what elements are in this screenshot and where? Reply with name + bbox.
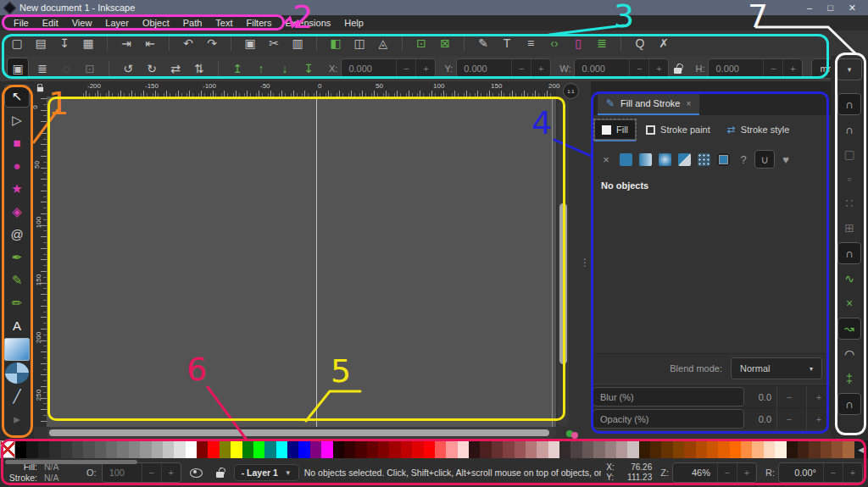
palette-swatch[interactable] (752, 440, 763, 458)
palette-swatch[interactable] (570, 440, 581, 458)
color-management-icon[interactable] (566, 428, 581, 440)
palette-swatch[interactable] (106, 440, 117, 458)
w-minus-button[interactable]: − (629, 59, 648, 78)
vertical-scrollbar[interactable] (558, 97, 569, 427)
paint-radial-gradient-button[interactable] (659, 153, 671, 166)
palette-swatch[interactable] (730, 440, 741, 458)
unlink-clone-icon[interactable]: ◬ (373, 33, 393, 53)
palette-swatch[interactable] (152, 440, 163, 458)
palette-swatch[interactable] (480, 440, 491, 458)
palette-swatch[interactable] (661, 440, 672, 458)
palette-swatch[interactable] (231, 440, 242, 458)
menu-extensions[interactable]: Extensions (278, 17, 337, 29)
text-tool[interactable]: A (5, 315, 29, 336)
palette-swatch[interactable] (344, 440, 355, 458)
palette-swatch[interactable] (163, 440, 174, 458)
h-spinbox[interactable]: 0.000 − + (708, 58, 803, 79)
close-button[interactable]: ✕ (849, 3, 856, 14)
palette-swatch[interactable] (764, 440, 775, 458)
menu-view[interactable]: View (65, 17, 99, 29)
corner-toggle-button[interactable]: 1:1 (563, 83, 579, 99)
y-plus-button[interactable]: + (531, 59, 550, 78)
palette-swatch[interactable] (515, 440, 526, 458)
snap-others-icon[interactable]: ‡ (838, 368, 860, 389)
rotate-cw-icon[interactable]: ↻ (142, 58, 162, 79)
x-plus-button[interactable]: + (415, 59, 435, 78)
palette-swatch[interactable] (389, 440, 400, 458)
palette-swatch[interactable] (242, 440, 253, 458)
palette-swatch[interactable] (140, 440, 151, 458)
palette-swatch[interactable] (367, 440, 378, 458)
palette-swatch[interactable] (310, 440, 321, 458)
layers-dialog-icon[interactable]: ≡ (520, 33, 541, 53)
palette-swatch[interactable] (95, 440, 106, 458)
opacity-minus-button[interactable]: − (776, 408, 801, 429)
minimize-button[interactable]: – (807, 3, 812, 13)
menu-object[interactable]: Object (136, 17, 176, 29)
copy-icon[interactable]: ▣ (240, 33, 260, 53)
rectangle-tool[interactable]: ■ (5, 132, 29, 153)
w-plus-button[interactable]: + (648, 59, 668, 78)
palette-swatch[interactable] (264, 440, 275, 458)
palette-swatch[interactable] (627, 440, 638, 458)
gradient-tool[interactable] (4, 338, 30, 361)
pen-tool[interactable]: ✒ (5, 246, 29, 268)
palette-swatch[interactable] (174, 440, 185, 458)
deselect-icon[interactable]: ◌ (56, 58, 76, 79)
redo-icon[interactable]: ↷ (202, 33, 222, 53)
horizontal-scrollbar[interactable] (47, 427, 556, 439)
palette-swatch[interactable] (355, 440, 366, 458)
zoom-plus-button[interactable]: + (737, 463, 756, 482)
palette-swatch[interactable] (298, 440, 309, 458)
tab-stroke-paint[interactable]: Stroke paint (639, 120, 717, 139)
palette-swatch[interactable] (548, 440, 559, 458)
w-spinbox[interactable]: 0.000 − + (574, 58, 669, 79)
blur-plus-button[interactable]: + (806, 386, 831, 407)
palette-swatch[interactable] (321, 440, 332, 458)
palette-swatch[interactable] (412, 440, 423, 458)
palette-swatch[interactable] (208, 440, 219, 458)
y-minus-button[interactable]: − (511, 59, 531, 78)
palette-scrollbar[interactable] (5, 460, 137, 464)
group-icon[interactable]: ⊡ (411, 33, 431, 53)
cut-icon[interactable]: ✂ (264, 33, 284, 53)
palette-swatch[interactable] (287, 440, 298, 458)
preferences-icon[interactable]: ✗ (654, 33, 674, 53)
ellipse-tool[interactable]: ● (5, 155, 29, 176)
star-tool[interactable]: ★ (5, 178, 29, 199)
fill-rule-nonzero-button[interactable]: ∪ (754, 150, 775, 169)
palette-swatch[interactable] (684, 440, 695, 458)
undo-icon[interactable]: ↶ (178, 33, 198, 53)
snap-bounding-box-icon[interactable]: ∩ (838, 119, 860, 140)
palette-swatch[interactable] (832, 440, 843, 458)
spiral-tool[interactable]: @ (5, 224, 29, 245)
horizontal-ruler[interactable]: -200-150-100-50050100150200 (47, 81, 556, 97)
document-properties-icon[interactable]: ▯ (568, 33, 588, 53)
palette-swatch[interactable] (117, 440, 128, 458)
palette-swatch[interactable] (129, 440, 140, 458)
lower-to-bottom-icon[interactable]: ↧ (298, 58, 319, 79)
palette-swatch[interactable] (458, 440, 469, 458)
palette-swatch[interactable] (821, 440, 832, 458)
save-document-icon[interactable]: ↧ (54, 33, 75, 53)
paint-pattern-button[interactable] (678, 153, 691, 166)
palette-swatch[interactable] (492, 440, 503, 458)
rotation-minus-button[interactable]: − (823, 463, 843, 482)
fill-stroke-indicator[interactable]: Fill: N/A Stroke: N/A (5, 462, 78, 484)
opacity-status-spinbox[interactable]: 100 − + (102, 462, 181, 483)
opacity-plus-button[interactable]: + (806, 408, 831, 429)
blur-minus-button[interactable]: − (776, 386, 801, 407)
fill-rule-evenodd-button[interactable]: ♥ (776, 151, 795, 168)
menu-filters[interactable]: Filters (240, 17, 279, 29)
palette-swatch[interactable] (639, 440, 650, 458)
select-all-icon[interactable]: ▣ (7, 58, 29, 80)
x-minus-button[interactable]: − (396, 59, 415, 78)
menu-path[interactable]: Path (176, 17, 209, 29)
toolbar-overflow-button[interactable]: ▾ (837, 58, 862, 80)
raise-icon[interactable]: ↑ (251, 58, 271, 79)
opacity-slider[interactable]: Opacity (%) (593, 409, 744, 429)
palette-swatch[interactable] (605, 440, 616, 458)
paint-unknown-button[interactable]: ? (734, 151, 753, 168)
import-icon[interactable]: ⇥ (116, 33, 136, 53)
palette-swatch[interactable] (49, 440, 60, 458)
